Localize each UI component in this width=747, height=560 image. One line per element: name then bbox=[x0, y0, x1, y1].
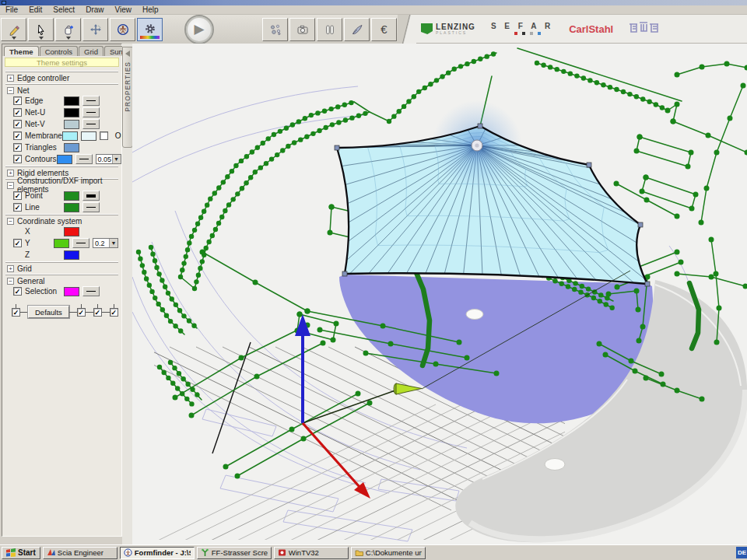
human-scale-tool-button[interactable] bbox=[110, 18, 135, 41]
section-coordinate-system[interactable]: −Coordinate system bbox=[5, 215, 118, 226]
row-label: Y bbox=[25, 239, 54, 247]
checkbox[interactable]: ✓ bbox=[13, 239, 22, 247]
pencil-tool-button[interactable] bbox=[1, 18, 26, 41]
fill-tool-icon bbox=[62, 23, 75, 36]
language-indicator[interactable]: DE bbox=[736, 547, 747, 558]
row-label: Point bbox=[25, 191, 64, 200]
expander-icon[interactable]: + bbox=[7, 170, 14, 177]
taskbar: Start Scia EngineerFormfinder - J:\Seaga… bbox=[0, 544, 747, 560]
defaults-button[interactable]: Defaults bbox=[28, 306, 69, 318]
cost-tool-button[interactable]: € bbox=[371, 18, 397, 41]
color-swatch[interactable] bbox=[64, 227, 79, 236]
checkbox[interactable]: ✓ bbox=[13, 108, 22, 117]
transform-tool-button[interactable] bbox=[82, 18, 108, 41]
expander-icon[interactable]: − bbox=[7, 87, 14, 94]
dropdown-arrow-icon[interactable] bbox=[66, 37, 71, 40]
expander-icon[interactable]: − bbox=[7, 218, 14, 225]
section-edge-controller[interactable]: +Edge controller bbox=[5, 72, 118, 82]
play-button[interactable]: ▶ bbox=[184, 15, 214, 44]
sketch-tool-button[interactable] bbox=[344, 18, 370, 41]
task-wintv[interactable]: WinTV32 bbox=[274, 547, 349, 559]
dropdown-arrow-icon[interactable] bbox=[39, 37, 44, 40]
color-swatch[interactable] bbox=[54, 239, 69, 248]
color-swatch[interactable] bbox=[64, 108, 79, 117]
section-rigid-elements[interactable]: +Rigid elements bbox=[5, 166, 118, 177]
value-dropdown[interactable]: 0.05▼ bbox=[96, 154, 121, 164]
task-folder[interactable]: C:\Dokumente und Einst... bbox=[351, 547, 426, 559]
line-style-button[interactable] bbox=[82, 119, 100, 129]
tab-theme[interactable]: Theme bbox=[4, 46, 39, 56]
color-swatch-secondary[interactable] bbox=[81, 131, 96, 141]
menu-item-file[interactable]: File bbox=[0, 5, 23, 14]
checkbox[interactable]: ✓ bbox=[13, 287, 22, 296]
menu-item-draw[interactable]: Draw bbox=[80, 5, 109, 14]
expander-icon[interactable]: − bbox=[7, 182, 14, 189]
expander-icon[interactable]: + bbox=[7, 75, 14, 82]
row-net-u: ✓Net-U bbox=[5, 107, 118, 118]
color-swatch[interactable] bbox=[57, 155, 72, 164]
color-swatch[interactable] bbox=[62, 131, 78, 141]
start-label: Start bbox=[18, 548, 36, 557]
section-general[interactable]: −General bbox=[5, 275, 118, 285]
checkbox[interactable]: ✓ bbox=[13, 120, 22, 128]
line-style-button[interactable] bbox=[75, 154, 93, 164]
start-button[interactable]: Start bbox=[2, 547, 40, 559]
ff-strasser-icon bbox=[201, 548, 209, 557]
color-swatch[interactable] bbox=[64, 143, 79, 152]
checkbox[interactable]: ✓ bbox=[13, 131, 22, 140]
transform-tool-icon bbox=[89, 23, 102, 36]
select-tool-button[interactable] bbox=[28, 18, 54, 41]
color-swatch[interactable] bbox=[64, 203, 79, 212]
viewport-3d-scene[interactable] bbox=[132, 44, 747, 544]
task-ff-strasser[interactable]: FF-Strasser Screenshot2... bbox=[197, 547, 272, 559]
color-swatch[interactable] bbox=[64, 96, 79, 106]
checkbox[interactable]: ✓ bbox=[110, 308, 118, 317]
points-tool-button[interactable] bbox=[262, 18, 288, 41]
checkbox[interactable]: ✓ bbox=[13, 203, 22, 212]
checkbox[interactable] bbox=[100, 131, 108, 140]
checkbox[interactable]: ✓ bbox=[93, 308, 102, 317]
checkbox[interactable]: ✓ bbox=[77, 308, 86, 317]
task-scia[interactable]: Scia Engineer bbox=[43, 547, 117, 559]
line-style-button[interactable] bbox=[82, 191, 100, 201]
tab-grid[interactable]: Grid bbox=[79, 46, 103, 56]
lenzing-flag-icon bbox=[421, 23, 433, 34]
section-grid[interactable]: +Grid bbox=[5, 262, 118, 273]
color-swatch[interactable] bbox=[64, 287, 79, 296]
title-bar[interactable] bbox=[0, 0, 747, 5]
theme-settings-tool-button[interactable] bbox=[137, 18, 163, 41]
checkbox[interactable]: ✓ bbox=[13, 143, 22, 152]
dropdown-arrow-icon[interactable] bbox=[12, 37, 16, 40]
line-style-button[interactable] bbox=[82, 96, 100, 106]
checkbox[interactable]: ✓ bbox=[13, 96, 22, 105]
row-label: Net-V bbox=[25, 120, 64, 128]
expander-icon[interactable]: + bbox=[7, 265, 14, 272]
checkbox[interactable]: ✓ bbox=[12, 308, 20, 317]
value-dropdown[interactable]: 0.2▼ bbox=[93, 238, 118, 248]
section-net[interactable]: −Net bbox=[5, 84, 118, 95]
line-style-button[interactable] bbox=[82, 202, 100, 212]
line-style-button[interactable] bbox=[72, 238, 89, 248]
checkbox[interactable]: ✓ bbox=[13, 191, 22, 200]
line-style-button[interactable] bbox=[82, 107, 100, 117]
scene-canvas bbox=[132, 44, 747, 544]
section-construction-dxf-import-elements[interactable]: −Construction/DXF import elements bbox=[5, 179, 118, 190]
menu-item-select[interactable]: Select bbox=[47, 5, 80, 14]
tab-controls[interactable]: Controls bbox=[40, 46, 78, 56]
theme-settings-body: +Edge controller−Net✓Edge✓Net-U✓Net-V✓Me… bbox=[2, 68, 121, 536]
menu-item-edit[interactable]: Edit bbox=[23, 5, 47, 14]
color-swatch[interactable] bbox=[64, 120, 79, 129]
snapshot-tool-button[interactable] bbox=[289, 18, 315, 41]
fill-tool-button[interactable] bbox=[55, 18, 81, 41]
points-tool-icon bbox=[269, 23, 282, 36]
checkbox[interactable]: ✓ bbox=[13, 155, 22, 163]
task-formfinder[interactable]: Formfinder - J:\Seaga... bbox=[120, 547, 195, 559]
menu-item-help[interactable]: Help bbox=[137, 5, 164, 14]
menu-item-view[interactable]: View bbox=[110, 5, 138, 14]
line-style-button[interactable] bbox=[82, 286, 100, 296]
color-swatch[interactable] bbox=[64, 191, 79, 201]
color-swatch[interactable] bbox=[64, 250, 79, 260]
expander-icon[interactable]: − bbox=[7, 278, 14, 285]
columns-tool-button[interactable] bbox=[317, 18, 342, 41]
properties-collapsed-tab[interactable]: PROPERTIES bbox=[122, 47, 133, 148]
